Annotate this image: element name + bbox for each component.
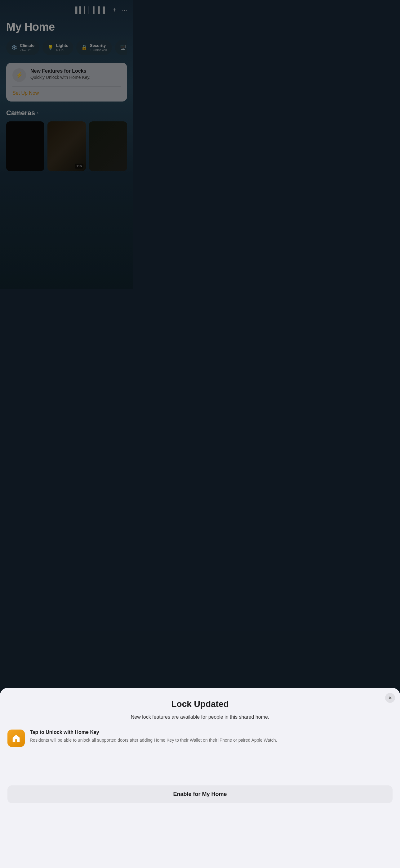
modal-overlay: ✕ Lock Updated New lock features are ava… — [0, 0, 133, 289]
